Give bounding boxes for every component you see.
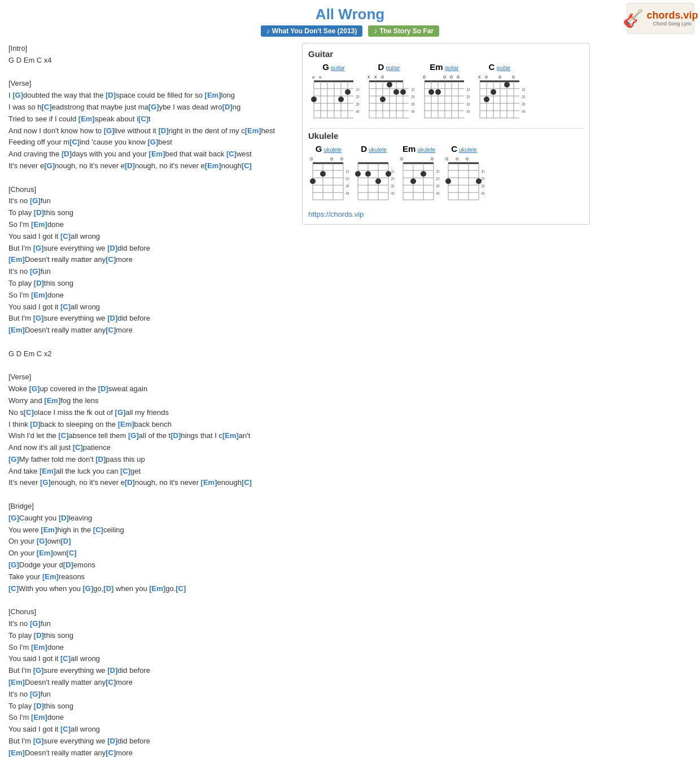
chorus1-label: [Chorus] [8, 185, 36, 194]
svg-text:1fr: 1fr [411, 87, 414, 92]
svg-text:4fr: 4fr [481, 191, 484, 196]
svg-point-41 [393, 89, 399, 95]
svg-point-43 [400, 89, 406, 95]
svg-text:2fr: 2fr [411, 94, 414, 99]
svg-text:1fr: 1fr [481, 169, 484, 174]
guitar-chord-diagrams: G guitar [308, 62, 584, 124]
guitar-C-diagram: x o 1fr 2fr 3fr 4f [474, 73, 525, 124]
album-badge-2[interactable]: ♪ The Story So Far [368, 25, 439, 37]
section-verse1: [Verse] I [G]doubted the way that the [D… [8, 78, 296, 172]
svg-point-162 [445, 178, 451, 184]
svg-point-141 [410, 178, 416, 184]
svg-text:1fr: 1fr [466, 87, 470, 92]
guitar-chord-G: G guitar [308, 62, 359, 124]
svg-text:x: x [374, 74, 377, 80]
svg-text:o: o [340, 156, 343, 161]
svg-text:2fr: 2fr [356, 94, 359, 99]
section-divider [308, 128, 584, 129]
chord-G[interactable]: [G] [12, 91, 23, 99]
svg-text:x: x [368, 74, 370, 80]
svg-text:o: o [310, 156, 313, 161]
svg-point-18 [345, 89, 351, 95]
guitar-chord-C: C guitar x o [474, 62, 525, 124]
svg-text:o: o [423, 74, 426, 80]
svg-text:o: o [330, 156, 333, 161]
ukulele-chord-C: C ukulele o o o 1fr [444, 144, 484, 205]
lyrics-panel: [Intro] G D Em C x4 [Verse] I [G]doubted… [3, 40, 302, 757]
album-icon-1: ♪ [266, 27, 270, 35]
ukulele-label: Ukulele [308, 131, 584, 141]
svg-text:4fr: 4fr [391, 191, 394, 196]
svg-text:o: o [443, 74, 446, 80]
section-chorus1: [Chorus] It's no [G]fun To play [D]this … [8, 184, 296, 336]
svg-text:o: o [498, 74, 501, 80]
svg-text:o: o [457, 74, 460, 80]
bridge-label: [Bridge] [8, 502, 34, 510]
section-verse2: [Verse] Woke [G]up covered in the [D]swe… [8, 371, 296, 489]
svg-text:4fr: 4fr [356, 109, 359, 114]
svg-text:4fr: 4fr [411, 109, 414, 114]
mid-chords: G D Em C x2 [8, 349, 52, 358]
ukulele-Em-diagram: 1fr 2fr 3fr 4fr o o [399, 155, 439, 205]
guitar-chord-Em: Em guitar o 1fr [419, 62, 470, 124]
album-label-1: What You Don't See (2013) [272, 27, 357, 35]
intro-label: [Intro] [8, 44, 27, 52]
svg-text:o: o [400, 156, 403, 161]
svg-point-140 [421, 171, 426, 177]
svg-text:o: o [381, 74, 384, 80]
svg-text:4fr: 4fr [345, 191, 349, 196]
page-header: All Wrong ♪ What You Don't See (2013) ♪ … [0, 0, 700, 40]
svg-point-19 [338, 97, 344, 102]
svg-text:o: o [485, 74, 488, 80]
svg-text:1fr: 1fr [436, 169, 439, 174]
svg-point-124 [375, 178, 381, 184]
svg-text:o: o [466, 156, 469, 161]
svg-text:2fr: 2fr [436, 176, 439, 181]
ukulele-chord-Em: Em ukulele 1fr 2fr 3fr [399, 144, 439, 205]
site-logo: 🎸 chords.vip Chord Song Lyric [627, 3, 694, 34]
guitar-label: Guitar [308, 49, 584, 59]
svg-text:o: o [319, 75, 322, 80]
svg-point-123 [365, 171, 371, 177]
svg-point-40 [387, 82, 392, 87]
svg-text:1fr: 1fr [391, 169, 394, 174]
song-title: All Wrong [0, 6, 700, 23]
section-chorus2: [Chorus] It's no [G]fun To play [D]this … [8, 606, 296, 757]
svg-point-42 [380, 97, 386, 102]
svg-text:4fr: 4fr [466, 109, 470, 114]
svg-text:x: x [478, 74, 481, 80]
svg-text:2fr: 2fr [522, 94, 525, 99]
svg-text:4fr: 4fr [436, 191, 439, 196]
chords-url[interactable]: https://chords.vip [308, 210, 584, 218]
svg-text:o: o [431, 156, 434, 161]
svg-text:1fr: 1fr [345, 169, 349, 174]
logo-text: chords.vip [646, 10, 698, 21]
svg-point-86 [484, 97, 489, 102]
svg-text:2fr: 2fr [466, 94, 470, 99]
guitar-D-diagram: x x o [364, 73, 414, 124]
ukulele-C-diagram: o o o 1fr 2fr 3fr 4fr [444, 155, 484, 205]
guitar-Em-diagram: o 1fr 2fr 3fr 4fr [419, 73, 470, 124]
svg-point-105 [310, 178, 316, 184]
guitar-G-diagram: 1fr 2fr 3fr 4fr o o [308, 73, 359, 124]
svg-text:2fr: 2fr [481, 176, 484, 181]
svg-text:o: o [456, 156, 458, 161]
svg-text:3fr: 3fr [356, 102, 359, 107]
svg-point-122 [355, 171, 361, 177]
ukulele-chord-G: G ukulele o 1fr 2fr 3f [308, 144, 349, 205]
ukulele-chord-diagrams: G ukulele o 1fr 2fr 3f [308, 144, 584, 205]
svg-point-161 [476, 178, 482, 184]
svg-text:1fr: 1fr [356, 87, 359, 92]
section-intro: [Intro] G D Em C x4 [8, 43, 296, 67]
intro-chords: G D Em C x4 [8, 56, 52, 64]
album-label-2: The Story So Far [379, 27, 434, 35]
svg-text:3fr: 3fr [411, 102, 414, 107]
album-icon-2: ♪ [374, 27, 377, 35]
album-badge-1[interactable]: ♪ What You Don't See (2013) [261, 25, 362, 37]
svg-point-62 [435, 89, 441, 95]
svg-point-20 [311, 97, 317, 102]
svg-text:2fr: 2fr [391, 176, 394, 181]
guitar-chord-D: D guitar x x o [364, 62, 414, 124]
svg-text:3fr: 3fr [391, 183, 394, 189]
svg-text:4fr: 4fr [522, 109, 525, 114]
